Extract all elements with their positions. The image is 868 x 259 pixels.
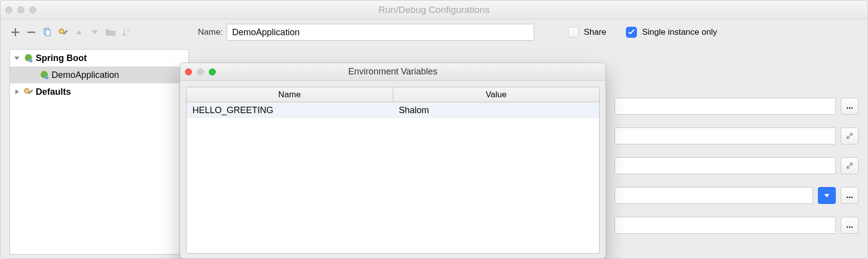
chevron-right-icon xyxy=(13,88,21,96)
dropdown-button[interactable] xyxy=(818,187,836,204)
form-field-3[interactable] xyxy=(615,157,836,174)
env-col-value[interactable]: Value xyxy=(393,87,600,102)
window-title: Run/Debug Configurations xyxy=(0,4,868,15)
spring-icon xyxy=(23,54,34,63)
environment-variables-dialog: Environment Variables Name Value HELLO_G… xyxy=(180,63,606,259)
env-table-header: Name Value xyxy=(186,87,599,102)
tree-node-label: Spring Boot xyxy=(36,53,87,64)
svg-point-9 xyxy=(26,90,27,91)
sort-alpha-icon[interactable]: a z xyxy=(121,26,132,38)
env-vars-table: Name Value HELLO_GREETING Shalom xyxy=(186,87,600,254)
tree-node-demoapplication[interactable]: DemoApplication xyxy=(10,66,188,83)
spring-icon xyxy=(39,70,50,79)
move-up-button[interactable] xyxy=(73,26,85,38)
edit-defaults-button[interactable] xyxy=(57,26,69,38)
svg-point-6 xyxy=(29,59,33,63)
share-label: Share xyxy=(584,27,606,37)
expand-button-1[interactable] xyxy=(841,128,859,144)
share-checkbox-wrap: Share xyxy=(568,27,606,38)
share-checkbox[interactable] xyxy=(568,27,579,38)
env-col-name[interactable]: Name xyxy=(186,87,393,102)
config-header-row: a z Name: Share Single instance only xyxy=(0,19,868,45)
svg-point-7 xyxy=(45,76,49,79)
form-field-5[interactable] xyxy=(615,217,836,234)
form-field-4[interactable] xyxy=(615,187,813,204)
config-name-input[interactable] xyxy=(227,24,534,41)
env-cell-name[interactable]: HELLO_GREETING xyxy=(186,102,393,118)
remove-config-button[interactable] xyxy=(25,26,37,38)
form-field-2[interactable] xyxy=(615,128,836,144)
copy-config-button[interactable] xyxy=(41,26,53,38)
gear-wrench-icon xyxy=(23,87,34,96)
single-instance-checkbox-wrap: Single instance only xyxy=(626,27,717,38)
tree-node-label: Defaults xyxy=(36,87,71,97)
expand-button-2[interactable] xyxy=(841,157,859,174)
chevron-down-icon xyxy=(13,54,21,62)
browse-button-2[interactable]: ... xyxy=(841,187,859,204)
env-dialog-title: Environment Variables xyxy=(180,66,606,77)
tree-node-defaults[interactable]: Defaults xyxy=(10,83,188,100)
svg-text:z: z xyxy=(127,33,129,37)
single-instance-checkbox[interactable] xyxy=(626,27,637,38)
browse-button-3[interactable]: ... xyxy=(841,217,859,234)
move-down-button[interactable] xyxy=(89,26,101,38)
config-tree: Spring Boot DemoApplication xyxy=(9,49,189,255)
env-dialog-titlebar: Environment Variables xyxy=(180,63,606,81)
browse-button-1[interactable]: ... xyxy=(841,98,859,115)
form-field-1[interactable] xyxy=(615,98,836,115)
config-toolbar: a z xyxy=(9,26,189,38)
window-titlebar: Run/Debug Configurations xyxy=(0,0,868,19)
add-config-button[interactable] xyxy=(9,26,21,38)
tree-node-label: DemoApplication xyxy=(52,70,119,80)
tree-node-spring-boot[interactable]: Spring Boot xyxy=(10,50,188,66)
svg-rect-1 xyxy=(46,30,50,36)
svg-point-3 xyxy=(61,30,62,32)
svg-text:a: a xyxy=(127,28,129,33)
env-cell-value[interactable]: Shalom xyxy=(393,102,599,118)
env-table-row[interactable]: HELLO_GREETING Shalom xyxy=(186,102,599,118)
name-label: Name: xyxy=(198,27,223,37)
folder-icon[interactable] xyxy=(105,26,117,38)
single-instance-label: Single instance only xyxy=(642,27,717,37)
